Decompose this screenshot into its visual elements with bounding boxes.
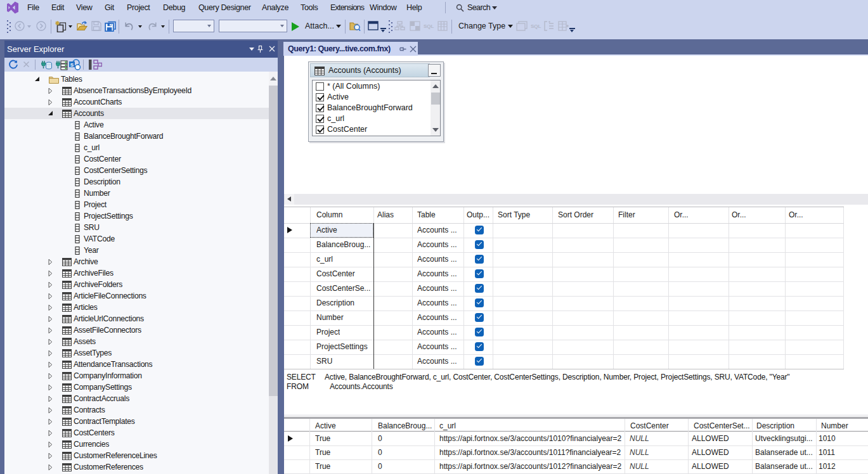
svg-text:S: S [70,62,74,68]
